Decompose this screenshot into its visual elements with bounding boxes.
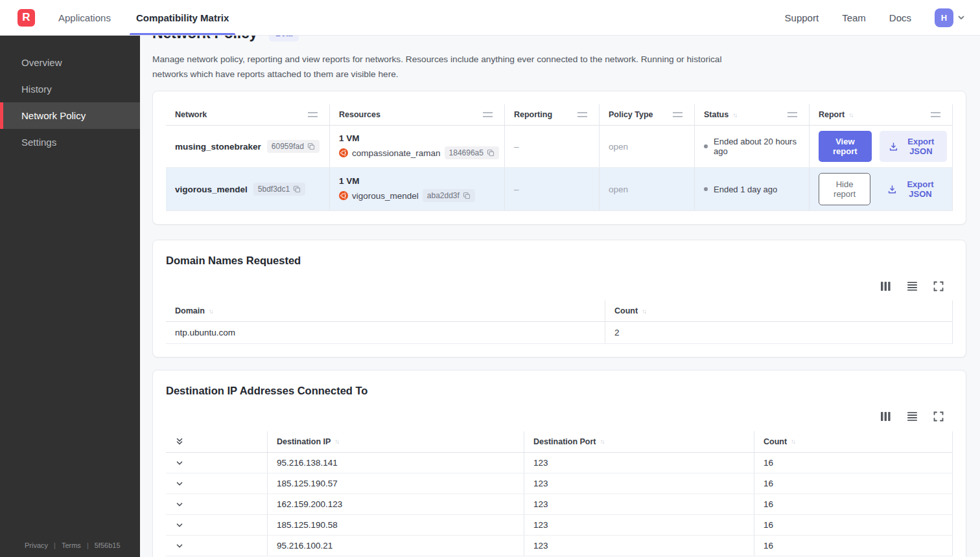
report-button[interactable]: View report: [819, 131, 872, 162]
domains-card: Domain Names Requested Domain ↑↓ Count ↑…: [152, 240, 966, 358]
column-header-report[interactable]: Report ↑↓: [809, 104, 953, 125]
sidebar-footer: Privacy | Terms | 5f56b15: [0, 541, 140, 557]
user-avatar[interactable]: H: [935, 8, 953, 27]
nav-link-support[interactable]: Support: [785, 12, 819, 23]
chevron-down-icon[interactable]: [175, 479, 184, 488]
destination-port-cell: 123: [524, 494, 754, 514]
column-header-resources[interactable]: Resources: [329, 104, 504, 125]
sort-icon[interactable]: ↑↓: [642, 308, 647, 315]
expand-cell: [166, 494, 267, 514]
sort-icon[interactable]: ↑↓: [334, 438, 340, 445]
copy-icon[interactable]: [293, 185, 301, 193]
chevron-down-icon[interactable]: [175, 541, 184, 551]
network-table-row[interactable]: musing_stonebraker 60959fad 1 VM compass…: [166, 126, 953, 168]
network-id-badge[interactable]: 5bdf3dc1: [253, 183, 305, 196]
networks-card: Network Resources Reporting Policy Type …: [152, 91, 966, 225]
chevron-down-icon[interactable]: [175, 459, 184, 468]
sidebar-item-network-policy[interactable]: Network Policy: [0, 102, 140, 129]
privacy-link[interactable]: Privacy: [25, 541, 48, 549]
domains-table-header: Domain ↑↓ Count ↑↓: [166, 301, 953, 322]
sort-icon[interactable]: ↑↓: [732, 111, 738, 119]
column-resize-handle[interactable]: [673, 112, 682, 117]
destination-table-row[interactable]: 95.216.100.21 123 16: [166, 536, 953, 556]
network-id-badge[interactable]: 60959fad: [267, 140, 320, 153]
destination-port-cell: 123: [524, 453, 754, 473]
status-cell: Ended about 20 hours ago: [694, 126, 809, 167]
terms-link[interactable]: Terms: [62, 541, 81, 549]
fullscreen-icon[interactable]: [933, 411, 944, 422]
destination-ip-cell: 185.125.190.57: [267, 473, 524, 494]
resources-cell: 1 VM compassionate_raman 184696a5: [329, 126, 504, 167]
count-cell: 16: [754, 473, 953, 494]
destination-port-cell: 123: [524, 536, 754, 556]
count-cell: 16: [754, 515, 953, 535]
column-header-status[interactable]: Status ↑↓: [694, 104, 809, 125]
destination-table-row[interactable]: 185.125.190.57 123 16: [166, 473, 953, 494]
sidebar-item-settings[interactable]: Settings: [0, 129, 140, 155]
column-header-reporting[interactable]: Reporting: [504, 104, 599, 125]
column-header-policy-type[interactable]: Policy Type: [599, 104, 694, 125]
reporting-cell: –: [504, 168, 599, 210]
column-header-destination-port[interactable]: Destination Port ↑↓: [524, 431, 754, 452]
vm-id-badge[interactable]: aba2dd3f: [423, 189, 475, 202]
reporting-cell: –: [504, 126, 599, 167]
column-header-count[interactable]: Count ↑↓: [605, 301, 953, 321]
sort-icon[interactable]: ↑↓: [791, 438, 796, 445]
column-resize-handle[interactable]: [483, 112, 493, 117]
destination-table-row[interactable]: 162.159.200.123 123 16: [166, 494, 953, 515]
report-button[interactable]: Hide report: [819, 173, 870, 205]
column-resize-handle[interactable]: [308, 112, 318, 117]
policy-type-cell: open: [599, 168, 694, 210]
column-header-count[interactable]: Count ↑↓: [754, 431, 953, 452]
copy-icon[interactable]: [463, 192, 471, 199]
expand-all-icon[interactable]: [175, 437, 184, 446]
network-table-row[interactable]: vigorous_mendel 5bdf3dc1 1 VM vigorous_m…: [166, 168, 953, 211]
sort-icon[interactable]: ↑↓: [600, 438, 605, 445]
build-hash: 5f56b15: [95, 541, 121, 549]
nav-link-docs[interactable]: Docs: [889, 12, 911, 23]
column-resize-handle[interactable]: [578, 112, 587, 117]
destination-ip-cell: 162.159.200.123: [267, 494, 524, 514]
policy-type-cell: open: [599, 126, 694, 167]
vm-id-badge[interactable]: 184696a5: [445, 146, 499, 159]
report-cell: View report Export JSON: [809, 126, 953, 167]
status-dot: [704, 144, 708, 148]
column-header-destination-ip[interactable]: Destination IP ↑↓: [267, 431, 524, 452]
chevron-down-icon[interactable]: [175, 521, 184, 530]
count-cell: 16: [754, 494, 953, 514]
column-header-network[interactable]: Network: [166, 104, 329, 125]
download-icon: [887, 185, 897, 194]
expand-cell: [166, 453, 267, 473]
column-resize-handle[interactable]: [788, 112, 797, 117]
network-name: vigorous_mendel: [175, 185, 248, 194]
sort-icon[interactable]: ↑↓: [848, 111, 854, 119]
sidebar-item-history[interactable]: History: [0, 76, 140, 102]
copy-icon[interactable]: [307, 142, 315, 150]
resources-cell: 1 VM vigorous_mendel aba2dd3f: [329, 168, 504, 210]
density-icon[interactable]: [907, 281, 918, 291]
density-icon[interactable]: [907, 411, 918, 422]
ubuntu-icon: [339, 191, 348, 200]
domain-table-row[interactable]: ntp.ubuntu.com 2: [166, 322, 953, 344]
app-logo[interactable]: R: [18, 9, 35, 27]
sidebar-item-overview[interactable]: Overview: [0, 49, 140, 76]
sort-icon[interactable]: ↑↓: [209, 308, 214, 315]
nav-tab-compatibility-matrix[interactable]: Compatibility Matrix: [135, 0, 230, 35]
destination-ip-cell: 95.216.138.141: [267, 453, 524, 473]
chevron-down-icon[interactable]: [175, 500, 184, 509]
nav-tab-applications[interactable]: Applications: [57, 0, 112, 35]
destination-table-row[interactable]: 185.125.190.58 123 16: [166, 515, 953, 536]
chevron-down-icon[interactable]: [957, 13, 966, 22]
nav-link-team[interactable]: Team: [842, 12, 866, 23]
export-json-button[interactable]: Export JSON: [878, 174, 947, 205]
columns-icon[interactable]: [880, 411, 891, 422]
column-header-domain[interactable]: Domain ↑↓: [166, 301, 605, 321]
copy-icon[interactable]: [487, 149, 495, 157]
destination-table-row[interactable]: 95.216.138.141 123 16: [166, 453, 953, 473]
columns-icon[interactable]: [880, 281, 891, 291]
export-json-button[interactable]: Export JSON: [880, 131, 947, 162]
count-cell: 2: [605, 322, 953, 343]
fullscreen-icon[interactable]: [933, 281, 944, 291]
networks-table-header: Network Resources Reporting Policy Type …: [166, 104, 953, 126]
column-resize-handle[interactable]: [931, 112, 940, 117]
